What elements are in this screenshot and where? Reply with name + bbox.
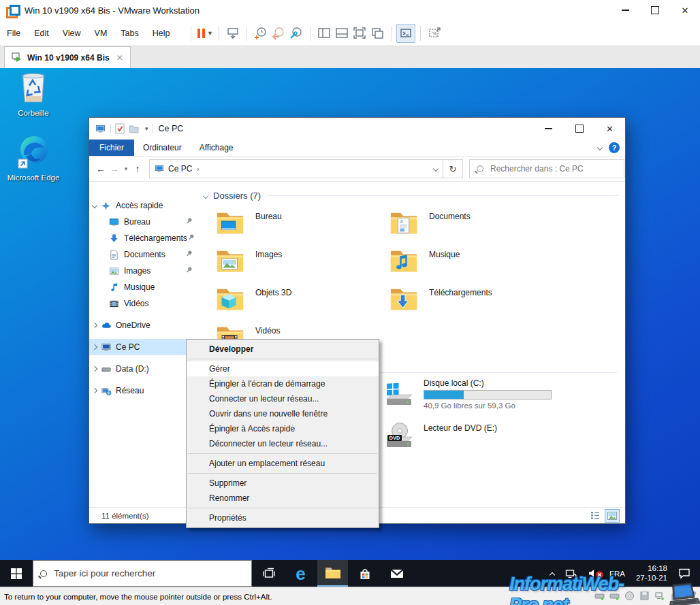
folder-tile-musique[interactable]: Musique bbox=[389, 248, 560, 282]
suspend-vm-button[interactable]: ▼ bbox=[196, 24, 214, 42]
nav-item-data-d[interactable]: Data (D:) bbox=[89, 361, 198, 377]
taskbar-search-input[interactable] bbox=[52, 568, 251, 579]
explorer-minimize-button[interactable] bbox=[533, 118, 564, 140]
fullscreen-icon[interactable] bbox=[351, 24, 368, 42]
menu-help[interactable]: Help bbox=[146, 29, 177, 38]
forward-button[interactable]: → bbox=[108, 163, 121, 174]
context-menu-item-connecter-lecteur[interactable]: Connecter un lecteur réseau... bbox=[187, 391, 379, 406]
context-menu-item-deconnecter-lecteur[interactable]: Déconnecter un lecteur réseau... bbox=[187, 436, 379, 451]
start-button[interactable] bbox=[0, 560, 33, 587]
nav-item-quick-access[interactable]: Accès rapide bbox=[89, 197, 198, 214]
nav-item-telechargements[interactable]: Téléchargements bbox=[89, 230, 198, 246]
large-icons-view-button[interactable] bbox=[605, 509, 620, 523]
context-menu-item-ajouter-emplacement[interactable]: Ajouter un emplacement réseau bbox=[187, 456, 379, 471]
folder-tile-bureau[interactable]: Bureau bbox=[216, 210, 386, 244]
new-folder-icon[interactable] bbox=[129, 124, 139, 134]
vm-cdrom-icon[interactable] bbox=[624, 591, 635, 601]
vm-tab[interactable]: Win 10 v1909 x64 Bis ✕ bbox=[4, 46, 131, 68]
chevron-right-icon[interactable] bbox=[92, 388, 97, 393]
refresh-button[interactable]: ↻ bbox=[443, 159, 463, 178]
address-dropdown-chevron-icon[interactable] bbox=[433, 166, 439, 171]
up-button[interactable]: ↑ bbox=[131, 163, 144, 174]
console-view-icon[interactable] bbox=[396, 24, 415, 43]
context-menu-item-epingler-acces-rapide[interactable]: Épingler à Accès rapide bbox=[187, 421, 379, 436]
nav-item-ce-pc[interactable]: Ce PC bbox=[89, 339, 198, 355]
chevron-down-icon[interactable] bbox=[92, 203, 97, 208]
action-center-icon[interactable] bbox=[673, 568, 696, 579]
manage-snapshots-icon[interactable] bbox=[287, 24, 305, 42]
nav-item-documents[interactable]: Documents bbox=[89, 246, 198, 263]
chevron-right-icon[interactable] bbox=[92, 344, 97, 350]
free-stretch-icon[interactable]: % bbox=[426, 24, 443, 42]
address-breadcrumb[interactable]: Ce PC › bbox=[149, 159, 443, 178]
tray-network-icon[interactable] bbox=[560, 568, 582, 579]
desktop-icon-microsoft-edge[interactable]: Microsoft Edge bbox=[3, 135, 64, 182]
breadcrumb-location[interactable]: Ce PC bbox=[168, 164, 192, 174]
context-menu-item-supprimer[interactable]: Supprimer bbox=[187, 476, 379, 491]
show-library-icon[interactable] bbox=[315, 24, 333, 42]
vm-floppy-icon[interactable] bbox=[639, 591, 650, 601]
folder-tile-objets-3d[interactable]: Objets 3D bbox=[216, 286, 386, 320]
breadcrumb-separator-icon[interactable]: › bbox=[197, 165, 199, 173]
context-menu-item-developper[interactable]: Développer bbox=[187, 342, 379, 357]
drive-tile-dvd[interactable]: DVD Lecteur de DVD (E:) bbox=[383, 421, 497, 449]
context-menu-item-renommer[interactable]: Renommer bbox=[187, 491, 379, 506]
vmware-fit-guest-icon[interactable] bbox=[686, 591, 697, 604]
collapse-group-chevron-icon[interactable] bbox=[203, 193, 208, 198]
back-button[interactable]: ← bbox=[95, 163, 107, 174]
taskbar-mail-button[interactable] bbox=[381, 560, 412, 587]
menu-edit[interactable]: Edit bbox=[27, 29, 56, 38]
context-menu-item-epingler-ecran[interactable]: Épingler à l'écran de démarrage bbox=[187, 376, 379, 391]
task-view-button[interactable] bbox=[253, 560, 284, 587]
folders-group-header[interactable]: Dossiers (7) bbox=[204, 191, 618, 201]
menu-tabs[interactable]: Tabs bbox=[114, 29, 145, 38]
folder-tile-telechargements[interactable]: Téléchargements bbox=[389, 286, 560, 320]
explorer-maximize-button[interactable] bbox=[564, 118, 594, 140]
expand-ribbon-chevron-icon[interactable] bbox=[597, 145, 603, 150]
menu-file[interactable]: File bbox=[0, 29, 27, 38]
chevron-right-icon[interactable] bbox=[92, 323, 97, 328]
tab-affichage[interactable]: Affichage bbox=[191, 140, 242, 156]
explorer-search-input[interactable] bbox=[489, 163, 614, 174]
nav-item-musique[interactable]: Musique bbox=[89, 279, 198, 295]
nav-item-onedrive[interactable]: OneDrive bbox=[89, 317, 198, 333]
folder-tile-images[interactable]: Images bbox=[216, 248, 386, 282]
customize-qat-chevron-icon[interactable]: ▾ bbox=[145, 125, 148, 132]
revert-snapshot-icon[interactable] bbox=[270, 24, 287, 42]
help-icon[interactable]: ? bbox=[609, 142, 620, 153]
show-thumbnail-bar-icon[interactable] bbox=[333, 24, 351, 42]
vm-harddisk2-icon[interactable] bbox=[609, 591, 620, 601]
take-snapshot-icon[interactable] bbox=[252, 24, 270, 42]
nav-item-videos[interactable]: Vidéos bbox=[89, 295, 198, 312]
taskbar-search-box[interactable] bbox=[33, 560, 252, 587]
explorer-search-box[interactable] bbox=[469, 159, 624, 178]
context-menu-item-ouvrir-fenetre[interactable]: Ouvrir dans une nouvelle fenêtre bbox=[187, 406, 379, 421]
vm-harddisk-icon[interactable] bbox=[594, 591, 605, 601]
nav-item-bureau[interactable]: Bureau bbox=[89, 214, 198, 230]
nav-item-images[interactable]: Images bbox=[89, 263, 198, 279]
vm-usb-icon[interactable] bbox=[669, 591, 680, 601]
vmware-minimize-button[interactable] bbox=[610, 0, 640, 20]
explorer-close-button[interactable]: ✕ bbox=[594, 118, 625, 140]
taskbar-explorer-button[interactable] bbox=[317, 560, 348, 587]
tray-clock[interactable]: 16:18 27-10-21 bbox=[631, 564, 673, 583]
send-ctrl-alt-del-icon[interactable] bbox=[224, 24, 242, 42]
folder-tile-documents[interactable]: A Documents bbox=[389, 210, 560, 244]
tray-volume-muted-icon[interactable] bbox=[582, 568, 604, 578]
tab-fichier[interactable]: Fichier bbox=[89, 140, 134, 156]
context-menu-item-gerer[interactable]: Gérer bbox=[187, 361, 379, 376]
properties-icon[interactable] bbox=[115, 123, 125, 134]
taskbar-store-button[interactable] bbox=[349, 560, 380, 587]
chevron-right-icon[interactable] bbox=[92, 366, 97, 372]
details-view-button[interactable] bbox=[588, 510, 602, 522]
vmware-maximize-button[interactable] bbox=[640, 0, 670, 20]
vmware-close-button[interactable]: ✕ bbox=[670, 0, 700, 20]
menu-vm[interactable]: VM bbox=[88, 29, 114, 38]
vm-network-adapter-icon[interactable] bbox=[654, 591, 665, 601]
context-menu-item-proprietes[interactable]: Propriétés bbox=[187, 510, 379, 525]
menu-view[interactable]: View bbox=[56, 29, 88, 38]
vm-tab-close-icon[interactable]: ✕ bbox=[116, 53, 123, 63]
tab-ordinateur[interactable]: Ordinateur bbox=[134, 140, 191, 156]
recent-locations-chevron-icon[interactable]: ▾ bbox=[122, 165, 130, 172]
desktop-icon-recycle-bin[interactable]: Corbeille bbox=[3, 71, 64, 117]
